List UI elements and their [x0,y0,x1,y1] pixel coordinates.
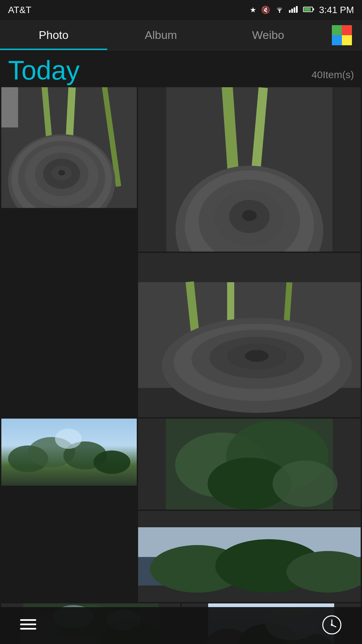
clock-button[interactable] [322,615,342,636]
battery-icon [303,6,314,14]
bluetooth-icon: ★ [250,6,256,14]
app-logo [322,20,362,50]
mute-icon: 🔇 [261,6,270,14]
svg-rect-153 [20,628,36,630]
svg-point-51 [55,429,82,449]
status-icons: ★ 🔇 3:41 PM [250,5,354,15]
photo-grid: Your phone camera will be tuned to shoot… [0,87,362,644]
photo-sky-left[interactable] [1,419,137,486]
photo-leaves-sky-right[interactable] [138,511,361,602]
tab-photo[interactable]: Photo [0,20,107,50]
tab-album[interactable]: Album [107,20,215,50]
svg-rect-9 [342,25,352,35]
row1-right-stack [138,87,361,417]
svg-point-56 [273,460,338,507]
svg-rect-152 [20,624,36,625]
carrier-label: AT&T [8,5,31,15]
svg-point-45 [245,350,269,362]
svg-point-23 [58,170,65,175]
row2-right-stack [138,419,361,602]
section-title: Today [8,57,79,84]
svg-rect-8 [332,25,342,35]
status-bar: AT&T ★ 🔇 3:41 [0,0,362,20]
svg-rect-151 [20,619,36,621]
photo-stump-top-right[interactable] [138,87,361,252]
section-header: Today 40Item(s) [0,50,362,87]
wifi-icon [275,5,284,15]
grid-row-2 [1,419,361,602]
menu-button[interactable] [20,617,36,634]
photo-stump-bottom-right[interactable] [138,253,361,417]
grid-row-1 [1,87,361,417]
svg-point-35 [242,210,257,221]
tab-weibo[interactable]: Weibo [215,20,322,50]
svg-rect-11 [342,35,352,45]
svg-rect-10 [332,35,342,45]
photo-stump-large[interactable] [1,87,137,208]
svg-rect-1 [289,10,291,13]
time-label: 3:41 PM [319,5,354,15]
svg-rect-26 [1,87,18,127]
svg-rect-3 [294,7,295,13]
photo-leaves-top[interactable] [138,419,361,510]
tab-bar: Photo Album Weibo [0,20,362,50]
svg-rect-7 [313,8,314,10]
item-count: 40Item(s) [311,69,354,80]
svg-point-0 [279,11,280,13]
bottom-nav [0,607,362,644]
signal-icon [289,5,298,15]
svg-rect-2 [291,9,293,13]
svg-point-157 [331,624,333,626]
svg-rect-4 [296,6,298,13]
svg-rect-6 [304,8,311,11]
svg-point-50 [94,450,130,474]
